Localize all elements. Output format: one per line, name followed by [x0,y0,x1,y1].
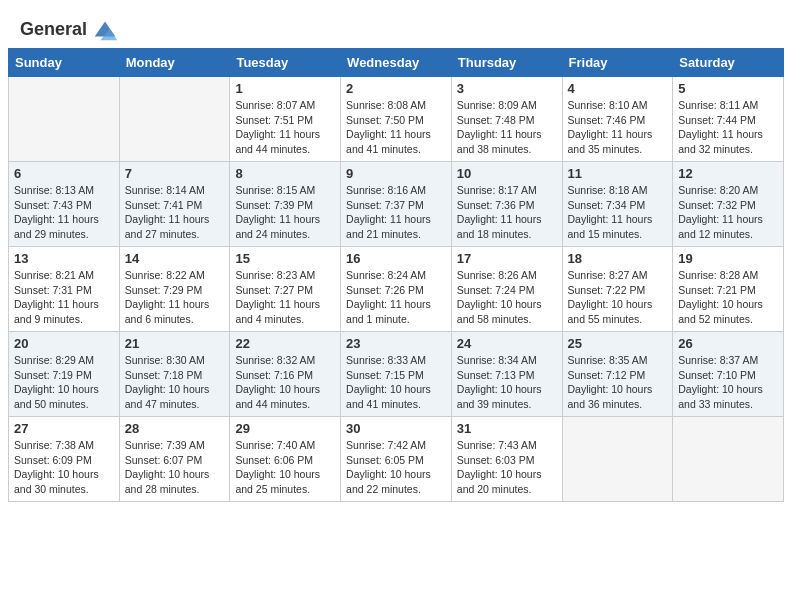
calendar-cell: 4Sunrise: 8:10 AM Sunset: 7:46 PM Daylig… [562,77,673,162]
day-info: Sunrise: 8:15 AM Sunset: 7:39 PM Dayligh… [235,183,335,242]
day-number: 21 [125,336,225,351]
day-info: Sunrise: 8:16 AM Sunset: 7:37 PM Dayligh… [346,183,446,242]
calendar-cell: 23Sunrise: 8:33 AM Sunset: 7:15 PM Dayli… [341,332,452,417]
day-number: 29 [235,421,335,436]
day-number: 25 [568,336,668,351]
calendar-cell: 7Sunrise: 8:14 AM Sunset: 7:41 PM Daylig… [119,162,230,247]
logo-text: General [20,20,87,40]
calendar-cell: 12Sunrise: 8:20 AM Sunset: 7:32 PM Dayli… [673,162,784,247]
day-info: Sunrise: 7:40 AM Sunset: 6:06 PM Dayligh… [235,438,335,497]
calendar-cell: 30Sunrise: 7:42 AM Sunset: 6:05 PM Dayli… [341,417,452,502]
calendar-cell: 8Sunrise: 8:15 AM Sunset: 7:39 PM Daylig… [230,162,341,247]
calendar-cell: 26Sunrise: 8:37 AM Sunset: 7:10 PM Dayli… [673,332,784,417]
day-info: Sunrise: 8:35 AM Sunset: 7:12 PM Dayligh… [568,353,668,412]
day-info: Sunrise: 8:30 AM Sunset: 7:18 PM Dayligh… [125,353,225,412]
calendar-cell [673,417,784,502]
weekday-header-wednesday: Wednesday [341,49,452,77]
day-info: Sunrise: 8:32 AM Sunset: 7:16 PM Dayligh… [235,353,335,412]
day-number: 14 [125,251,225,266]
day-info: Sunrise: 8:18 AM Sunset: 7:34 PM Dayligh… [568,183,668,242]
calendar-cell: 14Sunrise: 8:22 AM Sunset: 7:29 PM Dayli… [119,247,230,332]
day-info: Sunrise: 8:27 AM Sunset: 7:22 PM Dayligh… [568,268,668,327]
calendar-cell: 18Sunrise: 8:27 AM Sunset: 7:22 PM Dayli… [562,247,673,332]
calendar-cell: 13Sunrise: 8:21 AM Sunset: 7:31 PM Dayli… [9,247,120,332]
day-number: 11 [568,166,668,181]
weekday-header-thursday: Thursday [451,49,562,77]
day-info: Sunrise: 8:21 AM Sunset: 7:31 PM Dayligh… [14,268,114,327]
calendar-cell: 29Sunrise: 7:40 AM Sunset: 6:06 PM Dayli… [230,417,341,502]
calendar-week-4: 20Sunrise: 8:29 AM Sunset: 7:19 PM Dayli… [9,332,784,417]
calendar-week-3: 13Sunrise: 8:21 AM Sunset: 7:31 PM Dayli… [9,247,784,332]
calendar-cell: 27Sunrise: 7:38 AM Sunset: 6:09 PM Dayli… [9,417,120,502]
calendar-cell: 3Sunrise: 8:09 AM Sunset: 7:48 PM Daylig… [451,77,562,162]
calendar-cell [119,77,230,162]
calendar-cell: 19Sunrise: 8:28 AM Sunset: 7:21 PM Dayli… [673,247,784,332]
day-number: 7 [125,166,225,181]
weekday-header-row: SundayMondayTuesdayWednesdayThursdayFrid… [9,49,784,77]
day-number: 17 [457,251,557,266]
calendar-week-5: 27Sunrise: 7:38 AM Sunset: 6:09 PM Dayli… [9,417,784,502]
day-info: Sunrise: 7:42 AM Sunset: 6:05 PM Dayligh… [346,438,446,497]
day-number: 10 [457,166,557,181]
day-number: 4 [568,81,668,96]
day-number: 16 [346,251,446,266]
day-info: Sunrise: 8:08 AM Sunset: 7:50 PM Dayligh… [346,98,446,157]
calendar-cell [9,77,120,162]
day-number: 2 [346,81,446,96]
calendar-cell: 31Sunrise: 7:43 AM Sunset: 6:03 PM Dayli… [451,417,562,502]
day-number: 3 [457,81,557,96]
day-info: Sunrise: 8:26 AM Sunset: 7:24 PM Dayligh… [457,268,557,327]
day-number: 27 [14,421,114,436]
day-info: Sunrise: 8:20 AM Sunset: 7:32 PM Dayligh… [678,183,778,242]
day-number: 20 [14,336,114,351]
weekday-header-tuesday: Tuesday [230,49,341,77]
weekday-header-monday: Monday [119,49,230,77]
calendar-cell: 20Sunrise: 8:29 AM Sunset: 7:19 PM Dayli… [9,332,120,417]
day-number: 9 [346,166,446,181]
day-number: 30 [346,421,446,436]
day-info: Sunrise: 7:39 AM Sunset: 6:07 PM Dayligh… [125,438,225,497]
calendar-cell: 5Sunrise: 8:11 AM Sunset: 7:44 PM Daylig… [673,77,784,162]
calendar-cell: 28Sunrise: 7:39 AM Sunset: 6:07 PM Dayli… [119,417,230,502]
day-number: 26 [678,336,778,351]
calendar-week-2: 6Sunrise: 8:13 AM Sunset: 7:43 PM Daylig… [9,162,784,247]
day-info: Sunrise: 8:14 AM Sunset: 7:41 PM Dayligh… [125,183,225,242]
logo-icon [91,16,119,44]
weekday-header-sunday: Sunday [9,49,120,77]
calendar-cell: 11Sunrise: 8:18 AM Sunset: 7:34 PM Dayli… [562,162,673,247]
day-info: Sunrise: 8:13 AM Sunset: 7:43 PM Dayligh… [14,183,114,242]
day-info: Sunrise: 8:22 AM Sunset: 7:29 PM Dayligh… [125,268,225,327]
calendar-week-1: 1Sunrise: 8:07 AM Sunset: 7:51 PM Daylig… [9,77,784,162]
day-info: Sunrise: 7:38 AM Sunset: 6:09 PM Dayligh… [14,438,114,497]
day-number: 6 [14,166,114,181]
day-number: 12 [678,166,778,181]
day-info: Sunrise: 8:17 AM Sunset: 7:36 PM Dayligh… [457,183,557,242]
day-info: Sunrise: 8:37 AM Sunset: 7:10 PM Dayligh… [678,353,778,412]
calendar-cell: 17Sunrise: 8:26 AM Sunset: 7:24 PM Dayli… [451,247,562,332]
day-number: 22 [235,336,335,351]
day-info: Sunrise: 8:34 AM Sunset: 7:13 PM Dayligh… [457,353,557,412]
day-number: 23 [346,336,446,351]
day-info: Sunrise: 8:29 AM Sunset: 7:19 PM Dayligh… [14,353,114,412]
day-info: Sunrise: 7:43 AM Sunset: 6:03 PM Dayligh… [457,438,557,497]
day-number: 31 [457,421,557,436]
day-number: 8 [235,166,335,181]
day-number: 28 [125,421,225,436]
day-number: 13 [14,251,114,266]
day-number: 1 [235,81,335,96]
calendar-cell: 22Sunrise: 8:32 AM Sunset: 7:16 PM Dayli… [230,332,341,417]
calendar-table: SundayMondayTuesdayWednesdayThursdayFrid… [8,48,784,502]
day-info: Sunrise: 8:24 AM Sunset: 7:26 PM Dayligh… [346,268,446,327]
calendar-cell: 6Sunrise: 8:13 AM Sunset: 7:43 PM Daylig… [9,162,120,247]
calendar-cell: 1Sunrise: 8:07 AM Sunset: 7:51 PM Daylig… [230,77,341,162]
day-info: Sunrise: 8:23 AM Sunset: 7:27 PM Dayligh… [235,268,335,327]
day-info: Sunrise: 8:09 AM Sunset: 7:48 PM Dayligh… [457,98,557,157]
day-info: Sunrise: 8:33 AM Sunset: 7:15 PM Dayligh… [346,353,446,412]
calendar-cell: 2Sunrise: 8:08 AM Sunset: 7:50 PM Daylig… [341,77,452,162]
day-info: Sunrise: 8:07 AM Sunset: 7:51 PM Dayligh… [235,98,335,157]
calendar-cell: 15Sunrise: 8:23 AM Sunset: 7:27 PM Dayli… [230,247,341,332]
day-info: Sunrise: 8:11 AM Sunset: 7:44 PM Dayligh… [678,98,778,157]
day-number: 18 [568,251,668,266]
calendar-cell: 24Sunrise: 8:34 AM Sunset: 7:13 PM Dayli… [451,332,562,417]
calendar-cell [562,417,673,502]
